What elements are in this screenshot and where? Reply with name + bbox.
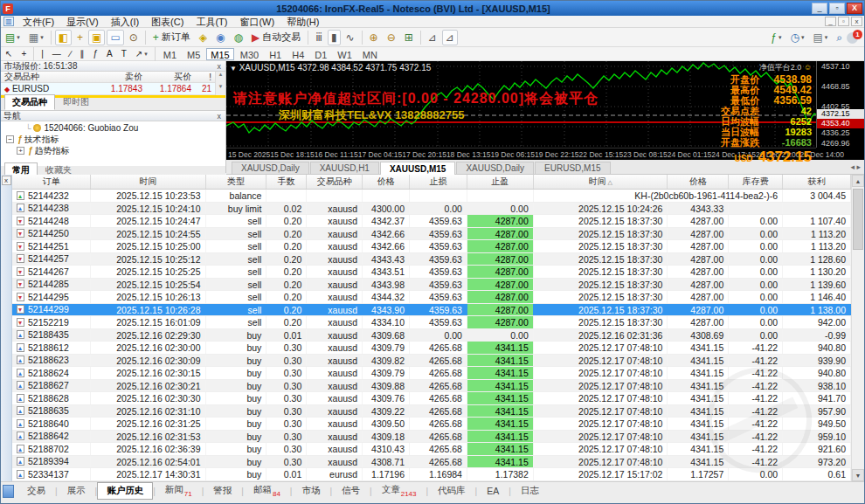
periods-button[interactable]: ◷▾ (786, 30, 807, 45)
web-terminal-button[interactable]: ◍ (231, 30, 246, 45)
column-header-0[interactable]: 订单 (12, 175, 91, 189)
close-button[interactable]: X (847, 3, 862, 14)
column-header-8[interactable]: 时间 △ (534, 175, 668, 189)
child-close-button[interactable]: x (851, 17, 862, 26)
timeframe-M30[interactable]: M30 (236, 48, 263, 60)
history-row-52334137[interactable]: ▴523341372025.12.17 14:30:31buy0.01eurus… (12, 468, 851, 481)
mw-column-2[interactable]: 买价 (146, 71, 195, 83)
timeframe-M1[interactable]: M1 (159, 48, 181, 60)
history-row-52188623[interactable]: ▴521886232025.12.16 02:30:09buy0.30xauus… (12, 355, 851, 368)
bottom-tab-文章[interactable]: 文章2143 (372, 481, 426, 500)
menu-item-插入(I)[interactable]: 插入(I) (105, 16, 145, 28)
chat-button[interactable]: ◉ (212, 30, 228, 45)
menu-item-窗口(W)[interactable]: 窗口(W) (233, 16, 280, 28)
chart-tab-XAUUSD,Daily[interactable]: XAUUSD,Daily (456, 162, 534, 174)
depth-of-market-button[interactable]: ◈ (196, 30, 211, 45)
mw-tab-即时图[interactable]: 即时图 (55, 94, 97, 110)
history-row-52144257[interactable]: ▾521442572025.12.15 10:25:12sell0.20xauu… (12, 253, 851, 266)
mw-column-1[interactable]: 卖价 (97, 71, 146, 83)
timeframe-M5[interactable]: M5 (183, 48, 204, 60)
timeframe-MN[interactable]: MN (358, 48, 382, 60)
history-row-52188628[interactable]: ▴521886282025.12.16 02:30:30buy0.30xauus… (12, 392, 851, 405)
bottom-tab-EA[interactable]: EA (477, 483, 509, 499)
bottom-tab-展示[interactable]: 展示 (58, 482, 95, 500)
market-watch-row-eurusd[interactable]: ◆ EURUSD 1.17843 1.17864 21 (1, 83, 215, 95)
chart-tab-scroll-icons[interactable]: ◂ ▸ (850, 162, 861, 171)
timeframe-W1[interactable]: W1 (333, 48, 356, 60)
column-header-5[interactable]: 价格 (363, 175, 410, 189)
history-row-52144251[interactable]: ▾521442512025.12.15 10:25:00sell0.20xauu… (12, 240, 851, 253)
column-header-4[interactable]: 交易品种 (307, 175, 363, 189)
chart-tab-EURUSD,M15[interactable]: EURUSD,M15 (535, 162, 610, 174)
history-row-52152219[interactable]: ▾521522192025.12.15 16:01:09sell0.20xauu… (12, 316, 851, 329)
bottom-tab-交易[interactable]: 交易 (17, 482, 55, 500)
toolbox-toggle[interactable]: ▭ (107, 30, 123, 45)
navigator-item[interactable]: +ƒ趋势指标 (1, 145, 225, 156)
expand-icon[interactable]: + (17, 147, 24, 155)
history-row-52188435[interactable]: ▴521884352025.12.16 02:29:30buy0.01xauus… (12, 329, 851, 342)
market-watch-toggle[interactable]: ◧ (55, 30, 72, 45)
mw-tab-交易品种[interactable]: 交易品种 (4, 94, 55, 110)
history-row-52189394[interactable]: ▴521893942025.12.16 02:54:01buy0.30xauus… (12, 456, 851, 469)
data-window-toggle[interactable]: + (73, 30, 86, 45)
toolbox-close-icon[interactable]: x (2, 176, 11, 185)
menu-item-显示(V)[interactable]: 显示(V) (60, 16, 105, 28)
timeframe-H4[interactable]: H4 (287, 48, 308, 60)
line-chart-button[interactable]: ∿ (343, 30, 358, 45)
column-header-1[interactable]: 时间 (91, 175, 206, 189)
column-header-11[interactable]: 获利 (783, 175, 851, 189)
toolbox-grip-icon[interactable] (3, 485, 14, 498)
history-scrollbar[interactable]: ▲ ▼ (851, 175, 864, 481)
chart-tab-XAUUSD,M15[interactable]: XAUUSD,M15 (380, 162, 455, 175)
minimize-button[interactable]: _ (812, 3, 827, 14)
fibonacci-tool[interactable]: ƒ (90, 48, 102, 60)
history-row-52144299[interactable]: ▾521442992025.12.15 10:26:28sell0.20xauu… (12, 304, 851, 317)
timeframe-H1[interactable]: H1 (265, 48, 286, 60)
indicators-button[interactable]: ⊿ (425, 30, 440, 45)
vertical-line-tool[interactable]: | (38, 48, 47, 60)
channel-tool[interactable]: ∥ (77, 48, 88, 60)
expand-icon[interactable]: − (6, 135, 14, 143)
arrows-tool[interactable]: ↗▾ (132, 48, 151, 60)
history-row-52188702[interactable]: ▴521887022025.12.16 02:36:39buy0.30xauus… (12, 443, 851, 456)
history-row-52188635[interactable]: ▴521886352025.12.16 02:31:10buy0.30xauus… (12, 405, 851, 418)
history-row-52188642[interactable]: ▴521886422025.12.16 02:31:53buy0.30xauus… (12, 431, 851, 444)
column-header-6[interactable]: 止损 (410, 175, 467, 189)
timeframe-M15[interactable]: M15 (206, 48, 233, 60)
bottom-tab-新闻[interactable]: 新闻71 (156, 481, 202, 500)
navigator-item[interactable]: −ƒ技术指标 (1, 134, 225, 145)
profiles-button[interactable]: ▦▾ (25, 30, 47, 45)
chart-tab-XAUUSD,H1[interactable]: XAUUSD,H1 (310, 162, 379, 174)
cursor-tool[interactable]: ↖ (2, 48, 16, 60)
history-row-52144285[interactable]: ▾521442852025.12.15 10:25:54sell0.20xauu… (12, 279, 851, 292)
bottom-tab-代码库[interactable]: 代码库 (428, 482, 475, 500)
chart-tab-XAUUSD,Daily[interactable]: XAUUSD,Daily (232, 162, 309, 174)
strategy-tester-toggle[interactable]: ⊙ (126, 30, 142, 45)
search-icon[interactable]: ⌕ (833, 30, 846, 45)
tile-windows-button[interactable]: ⊞ (401, 30, 417, 45)
bottom-tab-账户历史[interactable]: 账户历史 (97, 482, 153, 500)
column-header-2[interactable]: 类型 (206, 175, 267, 189)
history-row-52144232[interactable]: ▴521442322025.12.15 10:23:53balanceKH-(2… (12, 190, 851, 203)
history-row-52144267[interactable]: ▾521442672025.12.15 10:25:25sell0.20xauu… (12, 266, 851, 279)
mw-column-0[interactable]: 交易品种 (1, 71, 97, 83)
history-row-52188627[interactable]: ▴521886272025.12.16 02:30:21buy0.30xauus… (12, 380, 851, 393)
candlestick-button[interactable]: ▮ (328, 30, 341, 45)
bottom-tab-市场[interactable]: 市场 (292, 482, 329, 500)
autotrading-button[interactable]: ▶自动交易 (248, 30, 304, 45)
navigator-close-icon[interactable]: x (216, 112, 224, 121)
history-row-52188640[interactable]: ▴521886402025.12.16 02:31:25buy0.30xauus… (12, 418, 851, 431)
text-tool[interactable]: A (103, 48, 116, 60)
market-watch-scrollbar[interactable]: ▲▼ (215, 72, 225, 95)
history-row-52144295[interactable]: ▾521442952025.12.15 10:26:13sell0.20xauu… (12, 291, 851, 304)
history-row-52188612[interactable]: ▴521886122025.12.16 02:30:00buy0.30xauus… (12, 342, 851, 355)
trendline-tool[interactable]: ∕ (66, 48, 75, 60)
menu-item-工具(T)[interactable]: 工具(T) (190, 16, 233, 28)
bottom-tab-警报[interactable]: 警报 (204, 482, 241, 500)
history-row-52144248[interactable]: ▾521442482025.12.15 10:24:47sell0.20xauu… (12, 215, 851, 228)
column-header-7[interactable]: 止盈 (467, 175, 534, 189)
column-header-3[interactable]: 手数 (266, 175, 307, 189)
column-header-10[interactable]: 库存费 (729, 175, 783, 189)
menu-item-帮助(H)[interactable]: 帮助(H) (280, 16, 325, 28)
templates-button[interactable]: ▤▾ (809, 30, 831, 45)
